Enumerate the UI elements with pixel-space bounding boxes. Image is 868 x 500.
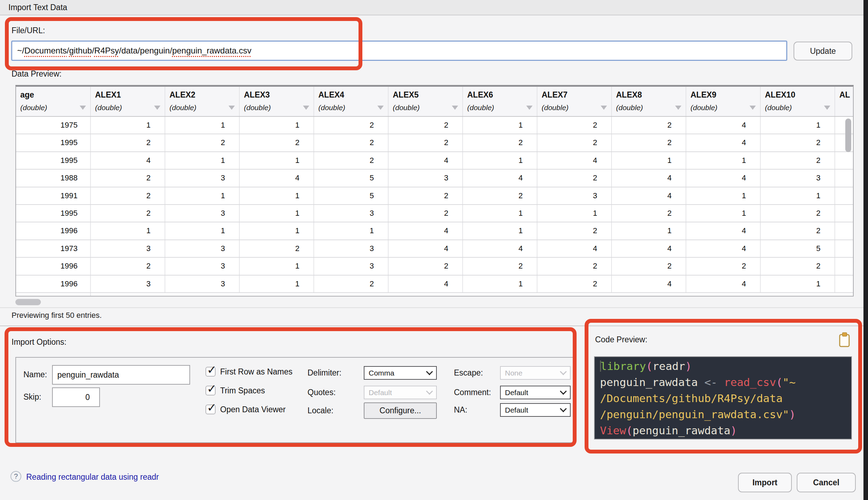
column-menu-icon[interactable] — [824, 106, 830, 110]
column-header-alex2[interactable]: ALEX2(double) — [165, 87, 240, 116]
checkbox-box[interactable]: ✓ — [205, 405, 216, 414]
table-cell: 4 — [389, 222, 463, 239]
table-cell: 2 — [314, 117, 389, 134]
column-header-alex6[interactable]: ALEX6(double) — [463, 87, 537, 116]
column-type: (double) — [169, 103, 196, 112]
checkbox-group: ✓First Row as Names✓Trim Spaces✓Open Dat… — [205, 366, 292, 422]
na-select[interactable]: Default — [500, 403, 571, 417]
column-menu-icon[interactable] — [675, 106, 681, 110]
column-header-alex3[interactable]: ALEX3(double) — [240, 87, 314, 116]
table-cell: 4 — [537, 152, 612, 169]
column-menu-icon[interactable] — [154, 106, 160, 110]
table-cell: 2 — [91, 170, 165, 186]
column-menu-icon[interactable] — [377, 106, 384, 110]
vertical-scrollbar-thumb[interactable] — [845, 119, 851, 152]
code-token: read_csv — [724, 376, 776, 388]
table-cell: 2 — [314, 152, 389, 169]
quotes-select[interactable]: Default — [364, 386, 437, 399]
update-button[interactable]: Update — [794, 42, 852, 60]
column-header-alex7[interactable]: ALEX7(double) — [537, 87, 612, 116]
cancel-button[interactable]: Cancel — [797, 473, 856, 492]
table-cell: 1996 — [16, 276, 91, 292]
column-menu-icon[interactable] — [229, 106, 235, 110]
code-token: ( — [626, 424, 633, 437]
column-menu-icon[interactable] — [601, 106, 607, 110]
column-header-alex9[interactable]: ALEX9(double) — [686, 87, 761, 116]
help-icon[interactable]: ? — [10, 471, 21, 482]
table-cell: 2 — [389, 187, 463, 204]
table-cell: 4 — [612, 170, 686, 186]
table-cell — [835, 258, 853, 274]
comment-label: Comment: — [454, 388, 491, 397]
column-header-age[interactable]: age(double) — [16, 87, 91, 116]
checkbox-box[interactable]: ✓ — [205, 367, 216, 377]
table-cell: 1 — [314, 222, 389, 239]
checkbox-trim-spaces[interactable]: ✓Trim Spaces — [205, 385, 292, 397]
column-header-alex1[interactable]: ALEX1(double) — [91, 87, 165, 116]
title-bar: Import Text Data — [0, 0, 868, 15]
column-type: (double) — [318, 103, 345, 112]
table-row: 19954112414112 — [16, 152, 853, 170]
table-cell: 4 — [612, 240, 686, 257]
comment-select[interactable]: Default — [500, 386, 571, 399]
checkbox-open-data-viewer[interactable]: ✓Open Data Viewer — [205, 403, 292, 415]
table-cell: 1 — [240, 187, 314, 204]
file-url-input[interactable]: ~/Documents/github/R4Psy/data/penguin/pe… — [11, 41, 787, 61]
table-cell — [835, 170, 853, 186]
table-row: 19952222222242 — [16, 134, 853, 152]
table-cell: 2 — [389, 134, 463, 151]
table-cell: 3 — [389, 170, 463, 186]
name-input[interactable]: penguin_rawdata — [52, 365, 190, 385]
import-button[interactable]: Import — [738, 473, 792, 492]
table-cell: 2 — [612, 205, 686, 222]
column-header-alex8[interactable]: ALEX8(double) — [612, 87, 686, 116]
chevron-down-icon — [560, 405, 567, 412]
code-token: /Documents/github/R4Psy/data — [600, 392, 783, 405]
table-cell: 1 — [761, 276, 835, 292]
table-cell: 1995 — [16, 205, 91, 222]
column-header-alex10[interactable]: ALEX10(double) — [761, 87, 835, 116]
skip-label: Skip: — [23, 392, 41, 402]
clipboard-icon[interactable] — [839, 332, 850, 349]
column-menu-icon[interactable] — [750, 106, 756, 110]
locale-label: Locale: — [308, 406, 333, 415]
column-type: (double) — [393, 103, 420, 112]
table-cell: 2 — [761, 205, 835, 222]
column-menu-icon[interactable] — [452, 106, 458, 110]
code-token: "~ — [783, 376, 796, 388]
path-segment: ~/ — [17, 46, 24, 56]
delimiter-select[interactable]: Comma — [364, 366, 437, 380]
table-row-partial: 1973 — [16, 293, 853, 297]
column-name: ALEX10 — [765, 90, 831, 100]
selected-value: Default — [505, 388, 528, 397]
column-header-alex5[interactable]: ALEX5(double) — [389, 87, 463, 116]
table-cell: 4 — [686, 134, 761, 151]
checkbox-label: Open Data Viewer — [220, 405, 286, 414]
table-cell: 1 — [91, 222, 165, 239]
column-header-alex4[interactable]: ALEX4(double) — [314, 87, 389, 116]
column-menu-icon[interactable] — [80, 106, 86, 110]
help-link[interactable]: Reading rectangular data using readr — [26, 472, 159, 482]
skip-input[interactable]: 0 — [52, 387, 100, 407]
check-icon: ✓ — [207, 382, 217, 395]
locale-configure-button[interactable]: Configure... — [364, 402, 437, 419]
horizontal-scrollbar-thumb[interactable] — [15, 299, 41, 305]
check-icon: ✓ — [207, 363, 217, 377]
checkbox-box[interactable]: ✓ — [205, 386, 216, 395]
column-menu-icon[interactable] — [526, 106, 533, 110]
selected-value: None — [505, 369, 522, 377]
selected-value: Comma — [369, 369, 395, 377]
checkbox-first-row-as-names[interactable]: ✓First Row as Names — [205, 366, 292, 378]
table-cell: 5 — [314, 187, 389, 204]
chevron-down-icon — [560, 368, 567, 375]
table-cell: 2 — [537, 117, 612, 134]
table-cell: 2 — [91, 187, 165, 204]
column-menu-icon[interactable] — [303, 106, 309, 110]
chevron-down-icon — [426, 368, 433, 375]
column-name: ALEX9 — [690, 90, 757, 100]
code-token: readr — [652, 360, 685, 372]
table-cell — [835, 276, 853, 292]
table-cell: 2 — [240, 240, 314, 257]
column-header-partial[interactable]: AL — [835, 87, 854, 116]
escape-select[interactable]: None — [500, 366, 571, 380]
